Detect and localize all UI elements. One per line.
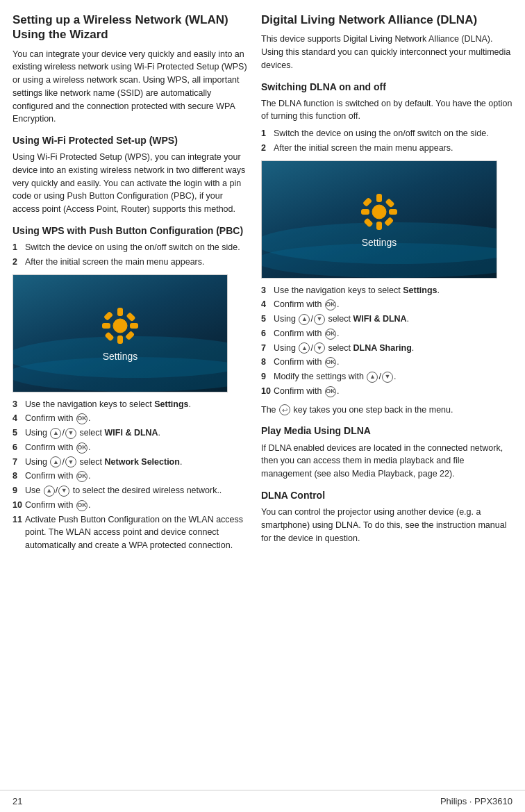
- steps-before-image-right: 1 Switch the device on using the on/off …: [261, 127, 512, 155]
- step-7-left: 7 Using ▲/▼ select Network Selection.: [12, 456, 249, 469]
- step-1-right: 1 Switch the device on using the on/off …: [261, 127, 512, 140]
- step-5-right: 5 Using ▲/▼ select WIFI & DLNA.: [261, 313, 512, 326]
- step-4-right: 4 Confirm with OK.: [261, 298, 512, 311]
- footer-page-number: 21: [12, 796, 22, 806]
- svg-rect-16: [363, 217, 373, 227]
- up-icon-9-left: ▲: [44, 486, 55, 497]
- down-icon-7-right: ▼: [314, 342, 325, 354]
- footer-brand: Philips · PPX3610: [440, 796, 512, 806]
- down-icon-5-right: ▼: [314, 314, 325, 325]
- settings-icon-wrap-right: Settings: [358, 191, 400, 248]
- step-3-left: 3 Use the navigation keys to select Sett…: [12, 398, 249, 411]
- dlna-control-title: DLNA Control: [261, 489, 512, 502]
- step-7-right: 7 Using ▲/▼ select DLNA Sharing.: [261, 342, 512, 355]
- settings-image-label-left: Settings: [103, 351, 138, 362]
- step-5-left: 5 Using ▲/▼ select WIFI & DLNA.: [12, 426, 249, 440]
- ok-icon-6-left: OK: [76, 442, 88, 454]
- svg-rect-17: [384, 217, 394, 226]
- svg-rect-11: [376, 222, 382, 230]
- back-icon: ↩: [279, 404, 290, 415]
- step-9-right: 9 Modify the settings with ▲/▼.: [261, 370, 512, 383]
- steps-after-image-left: 3 Use the navigation keys to select Sett…: [12, 398, 249, 552]
- step-6-right: 6 Confirm with OK.: [261, 327, 512, 340]
- dlna-main-title: Digital Living Network Alliance (DLNA): [261, 13, 512, 27]
- svg-rect-4: [130, 323, 138, 329]
- play-media-text: If DLNA enabled devices are located in t…: [261, 442, 512, 481]
- dlna-control-text: You can control the projector using anot…: [261, 506, 512, 545]
- svg-rect-8: [125, 331, 135, 340]
- right-column: Digital Living Network Alliance (DLNA) T…: [261, 13, 512, 783]
- gear-icon-right: [358, 191, 400, 233]
- down-icon-9-right: ▼: [382, 372, 393, 383]
- svg-rect-15: [385, 198, 394, 208]
- settings-image-label-right: Settings: [362, 237, 397, 248]
- step-8-right: 8 Confirm with OK.: [261, 356, 512, 369]
- page: Setting up a Wireless Network (WLAN) Usi…: [0, 0, 525, 812]
- settings-icon-wrap-left: Settings: [99, 305, 141, 362]
- content-area: Setting up a Wireless Network (WLAN) Usi…: [0, 0, 525, 783]
- step-11-left: 11 Activate Push Button Configuration on…: [12, 513, 249, 552]
- step-10-right: 10 Confirm with OK.: [261, 385, 512, 398]
- up-icon-7-left: ▲: [50, 456, 61, 467]
- dlna-intro-text: This device supports Digital Living Netw…: [261, 33, 512, 72]
- svg-rect-1: [117, 308, 123, 316]
- svg-rect-14: [362, 197, 372, 207]
- ok-icon-4-right: OK: [325, 299, 336, 310]
- ok-icon-6-right: OK: [325, 329, 336, 340]
- step-2-left: 2 After the initial screen the main menu…: [12, 256, 249, 269]
- up-icon-5-right: ▲: [299, 314, 310, 325]
- left-main-title: Setting up a Wireless Network (WLAN) Usi…: [12, 13, 249, 42]
- svg-point-0: [113, 319, 127, 333]
- step-3-right: 3 Use the navigation keys to select Sett…: [261, 284, 512, 297]
- steps-after-image-right: 3 Use the navigation keys to select Sett…: [261, 284, 512, 398]
- ok-icon-8-left: OK: [76, 471, 88, 482]
- play-media-title: Play Media Using DLNA: [261, 424, 512, 437]
- step-6-left: 6 Confirm with OK.: [12, 441, 249, 454]
- back-key-text: The ↩ key takes you one step back in the…: [261, 404, 512, 417]
- step-9-left: 9 Use ▲/▼ to select the desired wireless…: [12, 484, 249, 497]
- svg-point-9: [372, 205, 386, 219]
- left-column: Setting up a Wireless Network (WLAN) Usi…: [12, 13, 249, 783]
- step-1-left: 1 Switch the device on using the on/off …: [12, 241, 249, 254]
- svg-rect-7: [104, 331, 114, 341]
- svg-rect-13: [389, 209, 397, 215]
- down-icon-7-left: ▼: [65, 456, 76, 467]
- svg-rect-10: [376, 194, 382, 202]
- svg-rect-6: [126, 312, 135, 322]
- up-icon-5-left: ▲: [50, 428, 61, 439]
- step-4-left: 4 Confirm with OK.: [12, 412, 249, 425]
- footer: 21 Philips · PPX3610: [0, 790, 525, 812]
- ok-icon-10-right: OK: [325, 386, 336, 397]
- down-icon-5-left: ▼: [65, 428, 76, 439]
- step-2-right: 2 After the initial screen the main menu…: [261, 142, 512, 155]
- gear-icon-left: [99, 305, 141, 347]
- settings-image-right: Settings: [261, 160, 497, 279]
- switching-text: The DLNA function is switched on by defa…: [261, 97, 512, 124]
- settings-image-left: Settings: [12, 274, 228, 392]
- ok-icon-8-right: OK: [325, 357, 336, 368]
- svg-rect-5: [103, 310, 113, 320]
- ok-icon-10-left: OK: [76, 500, 88, 511]
- pbc-title: Using WPS with Push Button Configuration…: [12, 224, 249, 237]
- wps-text: Using Wi-Fi Protected Setup (WPS), you c…: [12, 151, 249, 216]
- steps-before-image-left: 1 Switch the device on using the on/off …: [12, 241, 249, 269]
- step-8-left: 8 Confirm with OK.: [12, 470, 249, 483]
- svg-rect-3: [102, 323, 110, 329]
- up-icon-7-right: ▲: [299, 342, 310, 354]
- wps-title: Using Wi-Fi Protected Set-up (WPS): [12, 134, 249, 147]
- step-10-left: 10 Confirm with OK.: [12, 499, 249, 512]
- up-icon-9-right: ▲: [367, 372, 378, 383]
- switching-title: Switching DLNA on and off: [261, 81, 512, 93]
- left-intro-text: You can integrate your device very quick…: [12, 48, 249, 126]
- ok-icon-4-left: OK: [76, 413, 88, 424]
- svg-rect-12: [361, 209, 369, 215]
- down-icon-9-left: ▼: [58, 486, 69, 497]
- svg-rect-2: [117, 335, 123, 344]
